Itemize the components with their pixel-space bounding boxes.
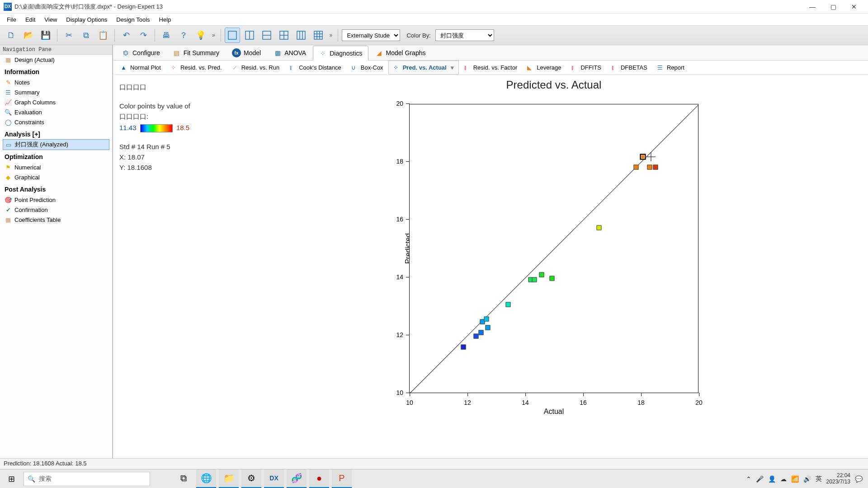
open-file-icon[interactable]: 📂 <box>21 28 36 43</box>
subtab-report[interactable]: ☰Report <box>652 61 689 75</box>
user-icon[interactable]: 👤 <box>768 475 776 483</box>
taskview-icon[interactable]: ⧉ <box>174 469 193 488</box>
menu-edit[interactable]: Edit <box>21 15 39 24</box>
nav-confirmation[interactable]: ✔Confirmation <box>0 205 112 215</box>
tab-model-graphs[interactable]: ◢Model Graphs <box>369 45 432 60</box>
x-tick: 18 <box>637 393 645 406</box>
subtab-normal-plot[interactable]: ▲Normal Plot <box>116 61 166 75</box>
data-point[interactable] <box>532 277 537 282</box>
data-point[interactable] <box>549 276 554 281</box>
menu-help[interactable]: Help <box>155 15 175 24</box>
app-icon-1[interactable]: 🧬 <box>287 469 307 488</box>
record-icon[interactable]: ● <box>309 469 329 488</box>
notifications-icon[interactable]: 💬 <box>855 475 863 483</box>
nav-section-analysis[interactable]: Analysis [+] <box>0 127 112 140</box>
layout-1x3-icon[interactable] <box>293 28 309 43</box>
mic-icon[interactable]: 🎤 <box>756 475 764 483</box>
menu-file[interactable]: File <box>3 15 20 24</box>
pencil-icon: ✎ <box>5 79 12 86</box>
plot-canvas[interactable]: 101214161820101214161820 <box>409 104 698 393</box>
cut-icon[interactable]: ✂ <box>61 28 76 43</box>
close-button[interactable]: ✕ <box>844 0 864 14</box>
data-point[interactable] <box>634 164 639 169</box>
data-point[interactable] <box>461 344 466 349</box>
data-point[interactable] <box>505 302 510 307</box>
data-point[interactable] <box>640 154 646 160</box>
data-point[interactable] <box>484 316 489 321</box>
data-point[interactable] <box>539 272 544 277</box>
nav-notes[interactable]: ✎Notes <box>0 77 112 87</box>
menu-view[interactable]: View <box>40 15 61 24</box>
menu-bar: File Edit View Display Options Design To… <box>0 14 868 25</box>
subtab-dffits[interactable]: ⫿DFFITS <box>566 61 606 75</box>
color-by-select[interactable]: 封口强度 <box>435 29 494 41</box>
subtab-resid-pred[interactable]: ⁘Resid. vs. Pred. <box>166 61 227 75</box>
print-icon[interactable]: 🖶 <box>159 28 174 43</box>
nav-point-prediction[interactable]: 🎯Point Prediction <box>0 195 112 205</box>
tray-chevron-icon[interactable]: ⌃ <box>746 475 751 483</box>
undo-icon[interactable]: ↶ <box>118 28 134 43</box>
save-icon[interactable]: 💾 <box>38 28 53 43</box>
tab-model[interactable]: fxModel <box>226 45 267 60</box>
subtab-leverage[interactable]: ◣Leverage <box>522 61 566 75</box>
subtab-boxcox[interactable]: ∪Box-Cox <box>346 61 388 75</box>
redo-icon[interactable]: ↷ <box>136 28 151 43</box>
maximize-button[interactable]: ▢ <box>823 0 844 14</box>
nav-numerical[interactable]: ⚑Numerical <box>0 162 112 172</box>
ime-indicator[interactable]: 英 <box>816 475 822 483</box>
layout-1x1-icon[interactable] <box>225 28 240 43</box>
layout-1x2-icon[interactable] <box>242 28 257 43</box>
tab-fit-summary[interactable]: ▤Fit Summary <box>167 45 225 60</box>
start-button[interactable]: ⊞ <box>2 469 21 488</box>
chevron-down-icon[interactable]: ▾ <box>451 64 454 71</box>
data-point[interactable] <box>653 164 658 169</box>
data-point[interactable] <box>485 325 490 330</box>
wifi-icon[interactable]: 📶 <box>791 475 799 483</box>
copy-icon[interactable]: ⧉ <box>78 28 94 43</box>
tab-diagnostics[interactable]: ⁘Diagnostics <box>313 46 368 61</box>
nav-graphical[interactable]: ◆Graphical <box>0 172 112 182</box>
paste-icon[interactable]: 📋 <box>95 28 111 43</box>
y-tick: 18 <box>396 158 410 165</box>
point-y: Y: 18.1608 <box>119 164 233 171</box>
nav-constraints[interactable]: ◯Constraints <box>0 117 112 127</box>
data-point[interactable] <box>597 225 602 230</box>
layout-overflow-icon[interactable]: » <box>328 32 335 38</box>
nav-coefficients-table[interactable]: ▦Coefficients Table <box>0 215 112 225</box>
residual-type-select[interactable]: Externally Stude <box>342 29 400 41</box>
nav-evaluation[interactable]: 🔍Evaluation <box>0 107 112 117</box>
powerpoint-icon[interactable]: P <box>332 469 352 488</box>
subtab-dfbetas[interactable]: ⫿DFBETAS <box>606 61 652 75</box>
data-point[interactable] <box>479 330 484 335</box>
nav-graph-columns[interactable]: 📈Graph Columns <box>0 97 112 107</box>
taskbar-search[interactable]: 🔍 搜索 <box>24 472 150 486</box>
help-icon[interactable]: ？ <box>176 28 191 43</box>
toolbar-overflow-icon[interactable]: » <box>210 32 217 38</box>
tips-icon[interactable]: 💡 <box>193 28 208 43</box>
nav-design-actual[interactable]: ▦ Design (Actual) <box>0 55 112 65</box>
edge-icon[interactable]: 🌐 <box>196 469 216 488</box>
subtab-cooks[interactable]: ⫿Cook's Distance <box>284 61 346 75</box>
settings-icon[interactable]: ⚙ <box>241 469 261 488</box>
volume-icon[interactable]: 🔊 <box>803 475 811 483</box>
subtab-resid-factor[interactable]: ⫿Resid. vs. Factor <box>459 61 523 75</box>
nav-summary[interactable]: ☰Summary <box>0 87 112 97</box>
cloud-icon[interactable]: ☁ <box>780 475 787 483</box>
nav-analysis-response[interactable]: ▭封口强度 (Analyzed) <box>3 139 109 150</box>
data-point[interactable] <box>474 334 479 339</box>
menu-display-options[interactable]: Display Options <box>62 15 111 24</box>
tab-anova[interactable]: ▦ANOVA <box>268 45 312 60</box>
minimize-button[interactable]: — <box>802 0 823 14</box>
subtab-resid-run[interactable]: ⟋Resid. vs. Run <box>227 61 285 75</box>
data-point[interactable] <box>647 164 652 169</box>
layout-3x3-icon[interactable] <box>311 28 326 43</box>
new-file-icon[interactable]: 🗋 <box>4 28 19 43</box>
designexpert-icon[interactable]: DX <box>264 469 284 488</box>
tab-configure[interactable]: ⏣Configure <box>116 45 166 60</box>
subtab-pred-actual[interactable]: ⁘Pred. vs. Actual▾ <box>388 61 459 75</box>
menu-design-tools[interactable]: Design Tools <box>112 15 154 24</box>
layout-2x2-icon[interactable] <box>276 28 292 43</box>
layout-2x1-icon[interactable] <box>259 28 274 43</box>
taskbar-clock[interactable]: 22:04 2023/7/13 <box>826 473 850 485</box>
explorer-icon[interactable]: 📁 <box>219 469 239 488</box>
